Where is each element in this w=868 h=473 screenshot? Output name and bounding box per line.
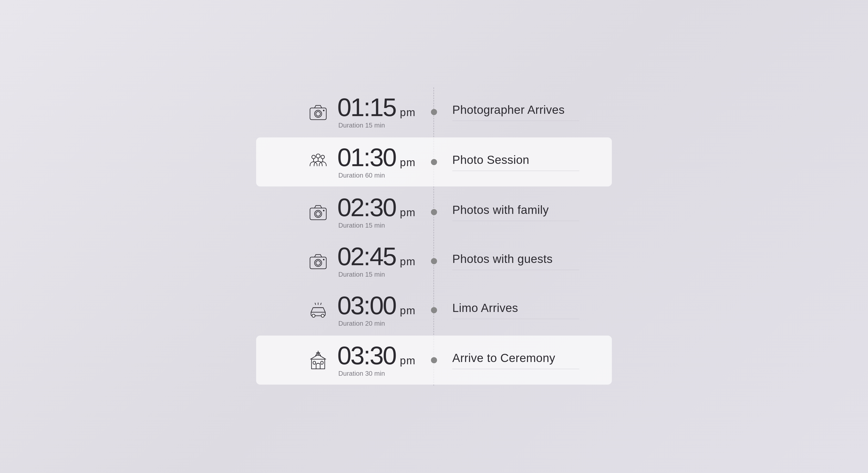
right-side-limo-arrives: Limo Arrives bbox=[437, 301, 612, 319]
right-side-photographer-arrives: Photographer Arrives bbox=[437, 103, 612, 121]
event-name-photographer-arrives: Photographer Arrives bbox=[452, 103, 579, 121]
time-duration-photo-session: Duration 60 min bbox=[337, 171, 385, 179]
right-side-photos-guests: Photos with guests bbox=[437, 252, 612, 270]
left-side-arrive-ceremony: 03:30 pm Duration 30 min bbox=[256, 343, 431, 377]
svg-line-20 bbox=[315, 303, 316, 305]
left-side-limo-arrives: 03:00 pm Duration 20 min bbox=[256, 293, 431, 327]
event-name-photo-session: Photo Session bbox=[452, 153, 579, 171]
time-duration-photographer-arrives: Duration 15 min bbox=[337, 121, 385, 129]
left-side-photographer-arrives: 01:15 pm Duration 15 min bbox=[256, 94, 431, 129]
timeline-dot-arrive-ceremony bbox=[431, 357, 437, 363]
time-ampm-limo-arrives: pm bbox=[400, 305, 416, 317]
time-duration-limo-arrives: Duration 20 min bbox=[337, 320, 385, 327]
time-main-photographer-arrives: 01:15 pm bbox=[337, 94, 416, 120]
car-icon bbox=[307, 299, 330, 322]
time-main-photos-family: 02:30 pm bbox=[337, 195, 416, 220]
svg-point-6 bbox=[321, 155, 324, 159]
time-main-photos-guests: 02:45 pm bbox=[337, 244, 416, 269]
left-side-photo-session: 01:30 pm Duration 60 min bbox=[256, 145, 431, 179]
svg-point-18 bbox=[312, 314, 315, 317]
event-name-arrive-ceremony: Arrive to Ceremony bbox=[452, 351, 579, 369]
right-side-photo-session: Photo Session bbox=[437, 153, 612, 171]
time-digits-limo-arrives: 03:00 bbox=[337, 293, 396, 318]
right-side-arrive-ceremony: Arrive to Ceremony bbox=[437, 351, 612, 369]
event-name-photos-guests: Photos with guests bbox=[452, 252, 579, 270]
timeline-row-photos-family: 02:30 pm Duration 15 min Photos with fam… bbox=[256, 187, 612, 236]
time-block-photo-session: 01:30 pm Duration 60 min bbox=[337, 145, 416, 179]
time-main-limo-arrives: 03:00 pm bbox=[337, 293, 416, 318]
timeline-row-limo-arrives: 03:00 pm Duration 20 min Limo Arrives bbox=[256, 286, 612, 335]
time-ampm-photographer-arrives: pm bbox=[400, 106, 416, 119]
left-side-photos-guests: 02:45 pm Duration 15 min bbox=[256, 244, 431, 278]
svg-point-13 bbox=[323, 210, 324, 211]
svg-point-17 bbox=[323, 259, 324, 260]
svg-rect-26 bbox=[313, 361, 316, 364]
time-ampm-arrive-ceremony: pm bbox=[400, 355, 416, 367]
right-side-photos-family: Photos with family bbox=[437, 203, 612, 221]
camera-icon bbox=[307, 250, 330, 273]
timeline-dot-photos-guests bbox=[431, 258, 437, 264]
timeline-dot-limo-arrives bbox=[431, 307, 437, 313]
timeline-row-photo-session: 01:30 pm Duration 60 min Photo Session bbox=[256, 137, 612, 186]
svg-point-19 bbox=[321, 314, 324, 317]
timeline-dot-photo-session bbox=[431, 159, 437, 165]
svg-rect-14 bbox=[310, 257, 326, 269]
time-duration-photos-guests: Duration 15 min bbox=[337, 271, 385, 278]
timeline-dot-photographer-arrives bbox=[431, 109, 437, 115]
time-block-limo-arrives: 03:00 pm Duration 20 min bbox=[337, 293, 416, 327]
timeline: 01:15 pm Duration 15 min Photographer Ar… bbox=[256, 87, 612, 386]
timeline-dot-photos-family bbox=[431, 209, 437, 215]
svg-point-5 bbox=[316, 154, 320, 158]
svg-point-16 bbox=[316, 261, 320, 265]
time-block-photos-family: 02:30 pm Duration 15 min bbox=[337, 195, 416, 229]
time-block-photographer-arrives: 01:15 pm Duration 15 min bbox=[337, 94, 416, 129]
time-digits-arrive-ceremony: 03:30 bbox=[337, 343, 396, 368]
time-main-arrive-ceremony: 03:30 pm bbox=[337, 343, 416, 368]
left-side-photos-family: 02:30 pm Duration 15 min bbox=[256, 195, 431, 229]
svg-point-12 bbox=[316, 212, 320, 216]
time-block-photos-guests: 02:45 pm Duration 15 min bbox=[337, 244, 416, 278]
time-digits-photos-guests: 02:45 bbox=[337, 244, 396, 269]
time-ampm-photos-family: pm bbox=[400, 207, 416, 219]
group-icon bbox=[307, 151, 330, 174]
svg-rect-10 bbox=[310, 208, 326, 220]
event-name-photos-family: Photos with family bbox=[452, 203, 579, 221]
timeline-row-arrive-ceremony: 03:30 pm Duration 30 min Arrive to Cerem… bbox=[256, 336, 612, 385]
time-duration-arrive-ceremony: Duration 30 min bbox=[337, 370, 385, 377]
camera-icon bbox=[307, 201, 330, 224]
time-digits-photographer-arrives: 01:15 bbox=[337, 94, 396, 120]
camera-icon bbox=[307, 101, 330, 123]
time-ampm-photo-session: pm bbox=[400, 156, 416, 169]
time-digits-photo-session: 01:30 bbox=[337, 145, 396, 170]
time-block-arrive-ceremony: 03:30 pm Duration 30 min bbox=[337, 343, 416, 377]
time-digits-photos-family: 02:30 bbox=[337, 195, 396, 220]
svg-point-4 bbox=[312, 155, 315, 159]
time-ampm-photos-guests: pm bbox=[400, 256, 416, 268]
svg-line-22 bbox=[321, 303, 321, 305]
church-icon bbox=[307, 349, 330, 372]
svg-rect-0 bbox=[310, 108, 326, 120]
time-main-photo-session: 01:30 pm bbox=[337, 145, 416, 170]
time-duration-photos-family: Duration 15 min bbox=[337, 222, 385, 229]
svg-point-2 bbox=[316, 112, 320, 116]
event-name-limo-arrives: Limo Arrives bbox=[452, 301, 579, 319]
timeline-row-photographer-arrives: 01:15 pm Duration 15 min Photographer Ar… bbox=[256, 87, 612, 136]
svg-point-3 bbox=[323, 110, 324, 111]
timeline-row-photos-guests: 02:45 pm Duration 15 min Photos with gue… bbox=[256, 236, 612, 286]
svg-rect-27 bbox=[321, 361, 323, 364]
